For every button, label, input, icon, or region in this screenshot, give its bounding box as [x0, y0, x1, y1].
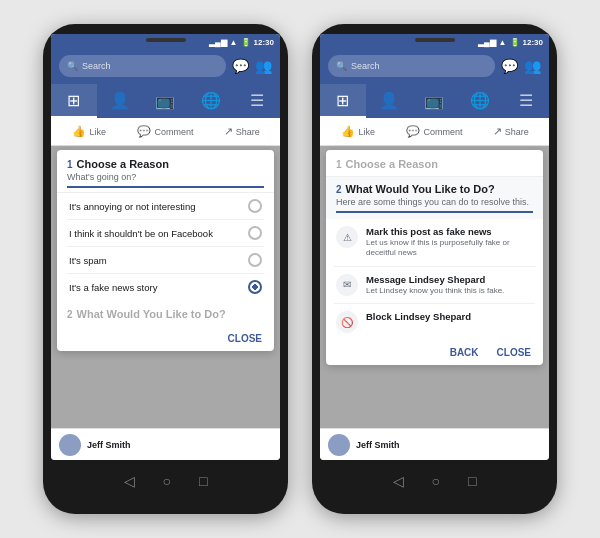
step2-title-left: What Would You Like to Do?	[77, 308, 226, 320]
step1-number-left: 1	[67, 159, 73, 170]
avatar-left	[59, 434, 81, 456]
user-name-right: Jeff Smith	[356, 440, 400, 450]
like-btn-top-right[interactable]: 👍Like	[320, 118, 396, 145]
status-bar-left: ▂▄▆ ▲ 🔋 12:30	[51, 34, 280, 50]
radio-circle-0[interactable]	[248, 199, 262, 213]
signal-icon: ▂▄▆	[209, 38, 227, 47]
step2-header-right: 2 What Would You Like to Do? Here are so…	[326, 177, 543, 219]
close-button-right[interactable]: CLOSE	[493, 344, 535, 361]
step1-blue-line-left	[67, 186, 264, 188]
search-placeholder-right: Search	[351, 61, 380, 71]
comment-btn-top-left[interactable]: 💬Comment	[127, 118, 203, 145]
user-bar-right: Jeff Smith	[320, 428, 549, 460]
comment-btn-top-right[interactable]: 💬Comment	[396, 118, 472, 145]
radio-option-1[interactable]: I think it shouldn't be on Facebook	[67, 220, 264, 247]
radio-options-left: It's annoying or not interesting I think…	[57, 193, 274, 300]
search-placeholder-left: Search	[82, 61, 111, 71]
modal-overlay-right: 1 Choose a Reason 2 What Would You Like …	[320, 146, 549, 428]
radio-option-2[interactable]: It's spam	[67, 247, 264, 274]
action-item-0[interactable]: ⚠ Mark this post as fake news Let us kno…	[334, 219, 535, 267]
back-nav-left[interactable]: ◁	[124, 473, 135, 489]
nav-menu-right[interactable]: ☰	[503, 84, 549, 118]
fb-nav-right: ⊞ 👤 📺 🌐 ☰	[320, 82, 549, 118]
modal-card-right: 1 Choose a Reason 2 What Would You Like …	[326, 150, 543, 365]
radio-option-0[interactable]: It's annoying or not interesting	[67, 193, 264, 220]
battery-icon: 🔋	[241, 38, 251, 47]
home-nav-left[interactable]: ○	[163, 473, 171, 489]
like-btn-top-left[interactable]: 👍Like	[51, 118, 127, 145]
recents-nav-right[interactable]: □	[468, 473, 476, 489]
radio-label-2: It's spam	[69, 255, 107, 266]
nav-globe-right[interactable]: 🌐	[457, 84, 503, 118]
wifi-icon: ▲	[230, 38, 238, 47]
fb-header-right: 🔍 Search 💬 👥	[320, 50, 549, 82]
radio-circle-3[interactable]	[248, 280, 262, 294]
header-icons-left: 💬 👥	[232, 58, 272, 74]
radio-option-3[interactable]: It's a fake news story	[67, 274, 264, 300]
avatar-right	[328, 434, 350, 456]
nav-globe-left[interactable]: 🌐	[188, 84, 234, 118]
radio-circle-1[interactable]	[248, 226, 262, 240]
nav-watch-left[interactable]: 📺	[143, 84, 189, 118]
fb-nav-left: ⊞ 👤 📺 🌐 ☰	[51, 82, 280, 118]
action-text-0: Mark this post as fake news Let us know …	[366, 226, 533, 259]
phone-speaker	[146, 38, 186, 42]
phone-bottom-right: ◁ ○ □	[320, 460, 549, 504]
time-right: 12:30	[523, 38, 543, 47]
home-nav-right[interactable]: ○	[432, 473, 440, 489]
step2-number-left: 2	[67, 309, 73, 320]
action-desc-1: Let Lindsey know you think this is fake.	[366, 286, 533, 296]
phone-screen-left: ▂▄▆ ▲ 🔋 12:30 🔍 Search 💬 👥 ⊞ 👤 📺 🌐 ☰	[51, 34, 280, 460]
battery-icon-right: 🔋	[510, 38, 520, 47]
phone-right: ▂▄▆ ▲ 🔋 12:30 🔍 Search 💬 👥 ⊞ 👤 📺 🌐 ☰	[312, 24, 557, 514]
radio-label-1: I think it shouldn't be on Facebook	[69, 228, 213, 239]
friends-icon-right[interactable]: 👥	[524, 58, 541, 74]
step1-title-left: Choose a Reason	[77, 158, 169, 170]
fb-header-left: 🔍 Search 💬 👥	[51, 50, 280, 82]
messenger-icon-right[interactable]: 💬	[501, 58, 518, 74]
signal-icon-right: ▂▄▆	[478, 38, 496, 47]
action-item-2[interactable]: 🚫 Block Lindsey Shepard	[334, 304, 535, 340]
nav-home-left[interactable]: ⊞	[51, 84, 97, 118]
action-title-0: Mark this post as fake news	[366, 226, 533, 237]
action-text-2: Block Lindsey Shepard	[366, 311, 533, 323]
message-icon: ✉	[336, 274, 358, 296]
nav-watch-right[interactable]: 📺	[412, 84, 458, 118]
radio-label-0: It's annoying or not interesting	[69, 201, 195, 212]
action-title-1: Message Lindsey Shepard	[366, 274, 533, 285]
modal-footer-right: BACK CLOSE	[326, 340, 543, 365]
nav-friends-left[interactable]: 👤	[97, 84, 143, 118]
share-btn-top-left[interactable]: ↗Share	[204, 118, 280, 145]
modal-overlay-left: 1 Choose a Reason What's going on? It's …	[51, 146, 280, 428]
step1-title-right: Choose a Reason	[346, 158, 438, 170]
nav-menu-left[interactable]: ☰	[234, 84, 280, 118]
step2-section-left: 2 What Would You Like to Do?	[57, 300, 274, 326]
header-icons-right: 💬 👥	[501, 58, 541, 74]
back-button-right[interactable]: BACK	[446, 344, 483, 361]
step1-section-left: 1 Choose a Reason What's going on?	[57, 150, 274, 193]
step2-number-right: 2	[336, 184, 342, 195]
recents-nav-left[interactable]: □	[199, 473, 207, 489]
search-box-left[interactable]: 🔍 Search	[59, 55, 226, 77]
friends-icon-left[interactable]: 👥	[255, 58, 272, 74]
close-button-left[interactable]: CLOSE	[224, 330, 266, 347]
search-box-right[interactable]: 🔍 Search	[328, 55, 495, 77]
back-nav-right[interactable]: ◁	[393, 473, 404, 489]
post-actions-top-right: 👍Like 💬Comment ↗Share	[320, 118, 549, 146]
step2-title-right: What Would You Like to Do?	[346, 183, 495, 195]
step2-subtitle-right: Here are some things you can do to resol…	[336, 197, 533, 207]
share-btn-top-right[interactable]: ↗Share	[473, 118, 549, 145]
modal-footer-left: CLOSE	[57, 326, 274, 351]
phone-screen-right: ▂▄▆ ▲ 🔋 12:30 🔍 Search 💬 👥 ⊞ 👤 📺 🌐 ☰	[320, 34, 549, 460]
nav-home-right[interactable]: ⊞	[320, 84, 366, 118]
post-actions-top-left: 👍Like 💬Comment ↗Share	[51, 118, 280, 146]
action-items-right: ⚠ Mark this post as fake news Let us kno…	[326, 219, 543, 340]
time-left: 12:30	[254, 38, 274, 47]
action-item-1[interactable]: ✉ Message Lindsey Shepard Let Lindsey kn…	[334, 267, 535, 304]
fake-news-icon: ⚠	[336, 226, 358, 248]
radio-circle-2[interactable]	[248, 253, 262, 267]
nav-friends-right[interactable]: 👤	[366, 84, 412, 118]
messenger-icon-left[interactable]: 💬	[232, 58, 249, 74]
block-icon: 🚫	[336, 311, 358, 333]
step1-subtitle-left: What's going on?	[67, 172, 264, 182]
